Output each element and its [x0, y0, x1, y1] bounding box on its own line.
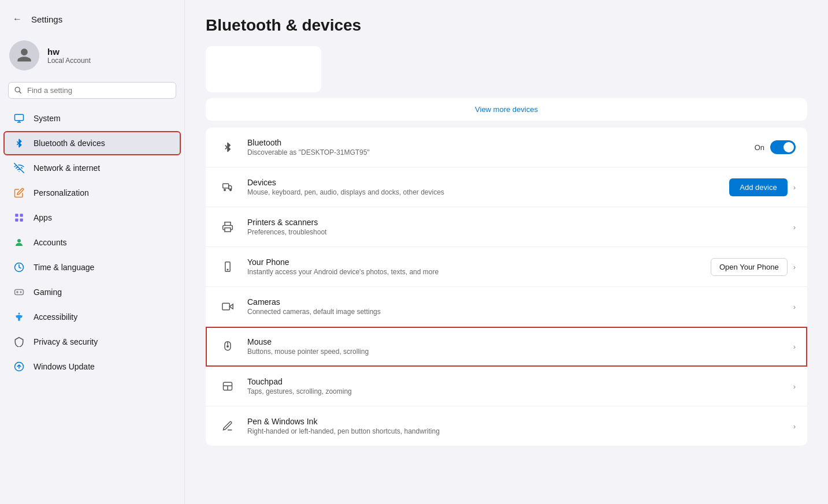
open-phone-button[interactable]: Open Your Phone	[711, 258, 788, 276]
cameras-row-subtitle: Connected cameras, default image setting…	[247, 308, 784, 316]
phone-row-action: Open Your Phone ›	[711, 258, 796, 276]
touchpad-chevron: ›	[793, 382, 796, 391]
sidebar-item-accessibility[interactable]: Accessibility	[3, 305, 181, 329]
personalization-icon	[13, 186, 25, 199]
sidebar-item-label-update: Windows Update	[34, 362, 95, 371]
accessibility-icon	[13, 311, 25, 323]
gaming-icon	[13, 286, 25, 298]
mouse-row-text: Mouse Buttons, mouse pointer speed, scro…	[247, 337, 784, 356]
sidebar-item-label-system: System	[34, 114, 61, 123]
privacy-icon	[13, 335, 25, 348]
page-title: Bluetooth & devices	[206, 16, 807, 35]
bluetooth-row-subtitle: Discoverable as "DESKTOP-31MGT95"	[247, 148, 745, 156]
sidebar-item-accounts[interactable]: Accounts	[3, 230, 181, 255]
svg-point-11	[224, 189, 226, 191]
devices-row-icon	[217, 177, 238, 197]
sidebar-item-apps[interactable]: Apps	[3, 206, 181, 230]
cameras-row-text: Cameras Connected cameras, default image…	[247, 297, 784, 316]
settings-row-phone[interactable]: Your Phone Instantly access your Android…	[206, 247, 807, 287]
sidebar-item-system[interactable]: System	[3, 106, 181, 130]
touchpad-row-subtitle: Taps, gestures, scrolling, zooming	[247, 387, 784, 395]
sidebar-header: ← Settings	[0, 0, 184, 32]
sidebar-item-label-privacy: Privacy & security	[34, 337, 98, 346]
settings-row-devices[interactable]: Devices Mouse, keyboard, pen, audio, dis…	[206, 167, 807, 207]
main-content: Bluetooth & devices View more devices Bl…	[185, 0, 828, 504]
printers-row-action: ›	[793, 223, 796, 232]
svg-point-12	[230, 189, 232, 191]
add-device-button[interactable]: Add device	[729, 178, 787, 196]
user-name: hw	[47, 47, 91, 57]
apps-icon	[13, 211, 25, 224]
settings-row-bluetooth[interactable]: Bluetooth Discoverable as "DESKTOP-31MGT…	[206, 128, 807, 167]
sidebar-item-network[interactable]: Network & internet	[3, 156, 181, 180]
sidebar-item-label-accounts: Accounts	[34, 238, 67, 247]
mouse-chevron: ›	[793, 342, 796, 351]
sidebar-item-label-bluetooth: Bluetooth & devices	[34, 139, 105, 148]
view-more-devices-button[interactable]: View more devices	[206, 98, 807, 121]
pen-row-subtitle: Right-handed or left-handed, pen button …	[247, 427, 784, 435]
bluetooth-row-icon	[217, 137, 238, 158]
sidebar-item-gaming[interactable]: Gaming	[3, 280, 181, 304]
device-card-1[interactable]	[206, 46, 321, 92]
touchpad-row-text: Touchpad Taps, gestures, scrolling, zoom…	[247, 377, 784, 395]
devices-row-title: Devices	[247, 178, 720, 187]
touchpad-row-action: ›	[793, 382, 796, 391]
pen-chevron: ›	[793, 422, 796, 431]
back-button[interactable]: ←	[9, 12, 25, 27]
sidebar-item-privacy[interactable]: Privacy & security	[3, 330, 181, 354]
update-icon	[13, 360, 25, 373]
settings-row-pen[interactable]: Pen & Windows Ink Right-handed or left-h…	[206, 406, 807, 446]
pen-row-action: ›	[793, 422, 796, 431]
sidebar-item-bluetooth[interactable]: Bluetooth & devices	[3, 131, 181, 155]
svg-rect-3	[15, 219, 18, 222]
bluetooth-row-text: Bluetooth Discoverable as "DESKTOP-31MGT…	[247, 138, 745, 156]
network-icon	[13, 162, 25, 174]
user-section[interactable]: hw Local Account	[0, 32, 184, 79]
svg-rect-4	[20, 219, 23, 222]
printers-chevron: ›	[793, 223, 796, 232]
search-icon	[14, 87, 23, 95]
printers-row-text: Printers & scanners Preferences, trouble…	[247, 218, 784, 236]
mouse-row-action: ›	[793, 342, 796, 351]
svg-rect-2	[20, 214, 23, 216]
sidebar-item-label-network: Network & internet	[34, 163, 100, 173]
mouse-row-title: Mouse	[247, 337, 784, 346]
phone-row-subtitle: Instantly access your Android device's p…	[247, 268, 701, 276]
pen-row-icon	[217, 416, 238, 436]
settings-row-cameras[interactable]: Cameras Connected cameras, default image…	[206, 287, 807, 327]
sidebar-item-update[interactable]: Windows Update	[3, 354, 181, 379]
svg-rect-13	[225, 228, 231, 232]
svg-rect-16	[222, 303, 230, 310]
sidebar: ← Settings hw Local Account System Bluet…	[0, 0, 185, 504]
bluetooth-icon	[13, 137, 25, 150]
sidebar-item-label-accessibility: Accessibility	[34, 312, 77, 322]
bluetooth-toggle-label: On	[755, 143, 764, 152]
sidebar-item-time[interactable]: Time & language	[3, 255, 181, 279]
phone-row-text: Your Phone Instantly access your Android…	[247, 257, 701, 276]
accounts-icon	[13, 236, 25, 249]
phone-row-icon	[217, 256, 238, 277]
cameras-chevron: ›	[793, 303, 796, 311]
sidebar-item-label-gaming: Gaming	[34, 288, 62, 297]
settings-row-printers[interactable]: Printers & scanners Preferences, trouble…	[206, 207, 807, 247]
settings-row-touchpad[interactable]: Touchpad Taps, gestures, scrolling, zoom…	[206, 367, 807, 406]
settings-row-mouse[interactable]: Mouse Buttons, mouse pointer speed, scro…	[206, 327, 807, 367]
mouse-row-subtitle: Buttons, mouse pointer speed, scrolling	[247, 348, 784, 356]
svg-point-19	[227, 346, 229, 348]
sidebar-nav: System Bluetooth & devices Network & int…	[0, 106, 184, 379]
sidebar-item-label-apps: Apps	[34, 213, 52, 222]
sidebar-item-personalization[interactable]: Personalization	[3, 181, 181, 205]
search-box	[8, 82, 176, 99]
devices-row-subtitle: Mouse, keyboard, pen, audio, displays an…	[247, 188, 720, 196]
time-icon	[13, 261, 25, 274]
cameras-row-icon	[217, 296, 238, 317]
svg-rect-1	[15, 214, 18, 216]
bluetooth-row-action: On	[755, 140, 796, 154]
printers-row-icon	[217, 216, 238, 237]
search-input[interactable]	[27, 86, 170, 95]
cameras-row-action: ›	[793, 303, 796, 311]
printers-row-title: Printers & scanners	[247, 218, 784, 227]
bluetooth-toggle[interactable]	[770, 140, 796, 154]
devices-row-action: Add device ›	[729, 178, 796, 196]
user-info: hw Local Account	[47, 47, 91, 65]
